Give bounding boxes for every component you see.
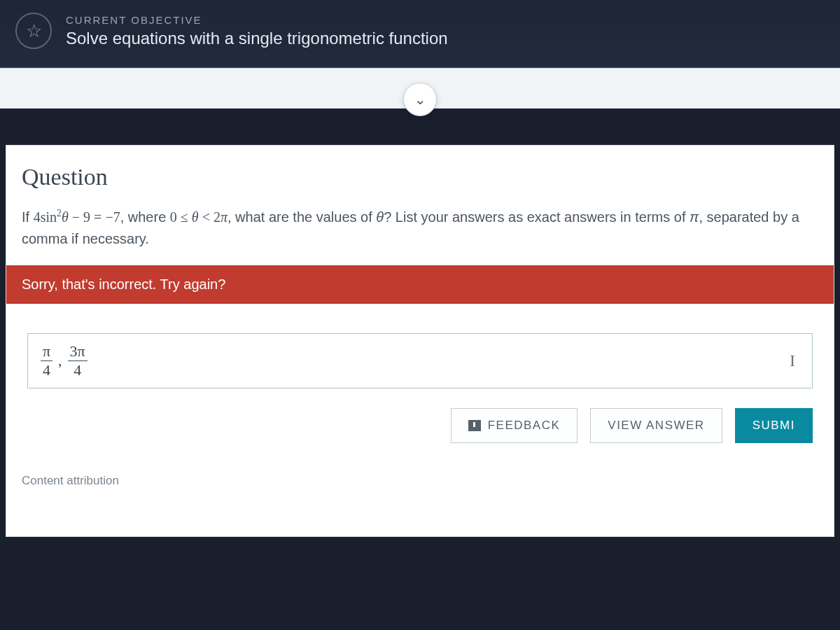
action-row: FEEDBACK VIEW ANSWER SUBMI — [6, 388, 834, 456]
view-answer-label: VIEW ANSWER — [608, 419, 704, 433]
answer-value: π 4 , 3π 4 — [41, 344, 88, 378]
feedback-button[interactable]: FEEDBACK — [451, 408, 578, 443]
submit-button[interactable]: SUBMI — [735, 408, 813, 443]
objective-label: CURRENT OBJECTIVE — [66, 14, 448, 26]
error-message: Sorry, that's incorrect. Try again? — [22, 276, 225, 292]
view-answer-button[interactable]: VIEW ANSWER — [590, 408, 722, 443]
objective-header: ☆ CURRENT OBJECTIVE Solve equations with… — [0, 0, 840, 68]
prompt-prefix: If — [22, 209, 34, 225]
fraction-2: 3π 4 — [68, 344, 88, 378]
objective-text: CURRENT OBJECTIVE Solve equations with a… — [66, 14, 448, 48]
submit-label: SUBMI — [752, 419, 795, 433]
answer-input[interactable]: π 4 , 3π 4 I — [27, 333, 813, 388]
fraction-1: π 4 — [41, 344, 52, 378]
answer-separator: , — [58, 351, 62, 370]
prompt-mid: , where — [120, 209, 170, 225]
question-prompt: If 4sin2θ − 9 = −7, where 0 ≤ θ < 2π, wh… — [22, 206, 818, 250]
feedback-icon — [468, 420, 481, 431]
error-banner: Sorry, that's incorrect. Try again? — [6, 265, 834, 304]
collapse-button[interactable]: ⌄ — [403, 83, 437, 116]
chevron-down-icon: ⌄ — [414, 91, 426, 108]
star-icon: ☆ — [15, 13, 52, 49]
collapse-row: ⌄ — [0, 68, 840, 108]
question-card: Question If 4sin2θ − 9 = −7, where 0 ≤ θ… — [6, 145, 834, 537]
feedback-label: FEEDBACK — [488, 419, 561, 433]
text-cursor-icon: I — [790, 351, 799, 370]
objective-title: Solve equations with a single trigonomet… — [66, 29, 448, 48]
question-heading: Question — [22, 164, 818, 190]
content-attribution[interactable]: Content attribution — [6, 456, 834, 506]
